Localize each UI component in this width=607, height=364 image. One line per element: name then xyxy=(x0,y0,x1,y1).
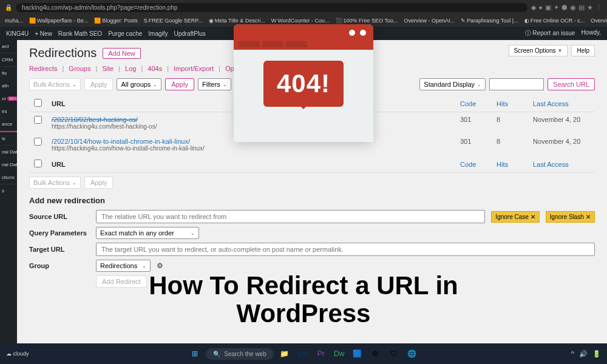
weather-widget[interactable]: ☁ cloudy xyxy=(6,351,29,357)
bookmark[interactable]: ⬛ 100% Free SEO Too... xyxy=(336,18,398,24)
ext-icon[interactable]: ▤ xyxy=(578,4,585,12)
sidebar-item[interactable]: ls xyxy=(0,132,17,145)
wp-updraft[interactable]: UpdraftPlus xyxy=(174,30,206,37)
bookmark[interactable]: ◐ Free Online OCR - c... xyxy=(524,18,585,24)
search-input[interactable] xyxy=(489,78,544,90)
apply-button[interactable]: Apply xyxy=(84,177,114,189)
wp-imagify[interactable]: Imagify xyxy=(148,30,168,37)
url-bar[interactable]: hacking4u.com/wp-admin/tools.php?page=re… xyxy=(16,3,527,12)
sidebar-item[interactable]: or 80+ xyxy=(0,92,17,105)
query-select[interactable]: Exact match in any order⌄ xyxy=(96,227,199,239)
bookmark[interactable]: ✎ Paraphrasing Tool |... xyxy=(461,18,518,24)
sidebar-item[interactable]: its xyxy=(0,66,17,79)
tab-import[interactable]: Import/Export xyxy=(174,65,214,72)
search-web-input[interactable]: 🔍 Search the web xyxy=(206,348,274,360)
report-issue[interactable]: ⓘ Report an issue xyxy=(525,29,575,38)
col-last[interactable]: Last Access xyxy=(528,95,595,112)
ext-icon[interactable]: ✦ xyxy=(554,4,559,12)
sidebar-item[interactable]: s xyxy=(0,184,17,197)
task-icon[interactable]: 🛡 xyxy=(387,346,401,361)
gear-icon[interactable]: ⚙ xyxy=(157,261,163,270)
wp-site[interactable]: KING4U xyxy=(6,30,29,37)
task-icon[interactable]: Dw xyxy=(332,346,347,361)
source-url-input[interactable] xyxy=(96,210,485,223)
select-all-checkbox[interactable] xyxy=(34,160,42,167)
task-icon[interactable]: ⚙ xyxy=(368,346,383,361)
system-tray[interactable]: ^🔊🔋 xyxy=(571,350,601,358)
task-icon[interactable]: Lrc xyxy=(296,346,310,361)
task-icon[interactable]: 🟦 xyxy=(350,346,365,361)
task-icon[interactable]: Pr xyxy=(314,346,328,361)
bookmark[interactable]: 🟧 Blogger: Posts xyxy=(94,18,138,24)
chrome-extensions: ◆●▣✦⬢◉▤★⋮ xyxy=(531,4,602,12)
ignore-slash-badge[interactable]: Ignore Slash✕ xyxy=(546,211,595,223)
bookmark[interactable]: muha... xyxy=(5,18,23,24)
task-icon[interactable]: 🌐 xyxy=(405,346,419,361)
form-heading: Add new redirection xyxy=(29,196,595,205)
ext-icon[interactable]: ⋮ xyxy=(595,4,602,12)
help-tab[interactable]: Help xyxy=(571,45,595,56)
wp-purge[interactable]: Purge cache xyxy=(108,30,142,37)
ext-icon[interactable]: ◆ xyxy=(531,4,536,12)
sidebar-item[interactable]: ance xyxy=(0,118,17,130)
bookmark[interactable]: Overview xyxy=(591,18,607,24)
screen-options[interactable]: Screen Options▼ xyxy=(509,45,568,56)
bulk-actions-select[interactable]: Bulk Actions⌄ xyxy=(29,78,81,90)
target-url-input[interactable] xyxy=(96,243,595,256)
chevron-down-icon: ⌄ xyxy=(72,180,76,186)
ext-icon[interactable]: ◉ xyxy=(570,4,576,12)
search-url-button[interactable]: Search URL xyxy=(548,78,595,90)
group-select[interactable]: Redirections⌄ xyxy=(96,260,151,272)
wp-rankmath[interactable]: Rank Math SEO xyxy=(58,30,102,37)
bookmark[interactable]: S FREE Google SERP... xyxy=(144,18,203,24)
bookmark[interactable]: ◉ Meta Title & Descri... xyxy=(209,18,265,24)
battery-icon[interactable]: 🔋 xyxy=(592,350,601,358)
sidebar-item[interactable]: es xyxy=(0,105,17,118)
bulk-actions-select[interactable]: Bulk Actions⌄ xyxy=(29,177,81,189)
bookmark[interactable]: Overview - OpenAI... xyxy=(404,18,455,24)
tab-log[interactable]: Log xyxy=(125,65,136,72)
tab-site[interactable]: Site xyxy=(102,65,114,72)
sidebar-item[interactable]: nal Data xyxy=(0,145,17,158)
col-hits[interactable]: Hits xyxy=(492,95,528,112)
close-icon[interactable]: ✕ xyxy=(531,214,535,220)
col-code[interactable]: Code xyxy=(455,156,492,173)
col-last[interactable]: Last Access xyxy=(528,156,595,173)
row-checkbox[interactable] xyxy=(34,138,42,146)
ext-icon[interactable]: ● xyxy=(538,4,543,12)
tab-groups[interactable]: Groups xyxy=(69,65,90,72)
select-all-checkbox[interactable] xyxy=(34,99,42,107)
display-select[interactable]: Standard Display⌄ xyxy=(419,78,486,90)
sidebar-item[interactable]: ard xyxy=(0,40,17,53)
sidebar-item[interactable]: CRM xyxy=(0,53,17,66)
tab-404s[interactable]: 404s xyxy=(148,65,162,72)
start-button[interactable]: ⊞ xyxy=(188,346,202,361)
row-checkbox[interactable] xyxy=(34,116,42,124)
bookmark[interactable]: W WordCounter - Cou... xyxy=(271,18,330,24)
ext-icon[interactable]: ★ xyxy=(587,4,593,12)
ignore-case-badge[interactable]: Ignore Case✕ xyxy=(491,211,539,223)
groups-select[interactable]: All groups⌄ xyxy=(117,78,161,90)
filters-select[interactable]: Filters⌄ xyxy=(198,78,231,90)
sidebar-item[interactable]: ctions xyxy=(0,171,17,184)
apply-filter-button[interactable]: Apply xyxy=(165,78,194,90)
sound-icon[interactable]: 🔊 xyxy=(579,350,588,358)
task-icon[interactable]: 📁 xyxy=(277,346,292,361)
howdy[interactable]: Howdy, xyxy=(581,29,601,38)
tab-redirects[interactable]: Redirects xyxy=(29,65,57,72)
close-icon[interactable]: ✕ xyxy=(586,214,591,220)
col-hits[interactable]: Hits xyxy=(492,156,528,173)
wifi-icon[interactable]: ^ xyxy=(571,350,574,358)
ext-icon[interactable]: ⬢ xyxy=(561,4,568,12)
chevron-down-icon: ⌄ xyxy=(72,82,76,87)
wp-new[interactable]: + New xyxy=(35,30,52,37)
add-new-button[interactable]: Add New xyxy=(103,48,141,59)
col-code[interactable]: Code xyxy=(455,95,492,112)
sidebar-item[interactable]: nal Data xyxy=(0,158,17,171)
overlay-404-illustration: 404! xyxy=(234,24,373,142)
sidebar-item[interactable]: ath xyxy=(0,79,17,92)
col-url[interactable]: URL xyxy=(47,156,455,173)
apply-button[interactable]: Apply xyxy=(84,78,114,90)
ext-icon[interactable]: ▣ xyxy=(545,4,551,12)
bookmark[interactable]: 🟧 Wallpaperflare - Be... xyxy=(29,18,88,24)
